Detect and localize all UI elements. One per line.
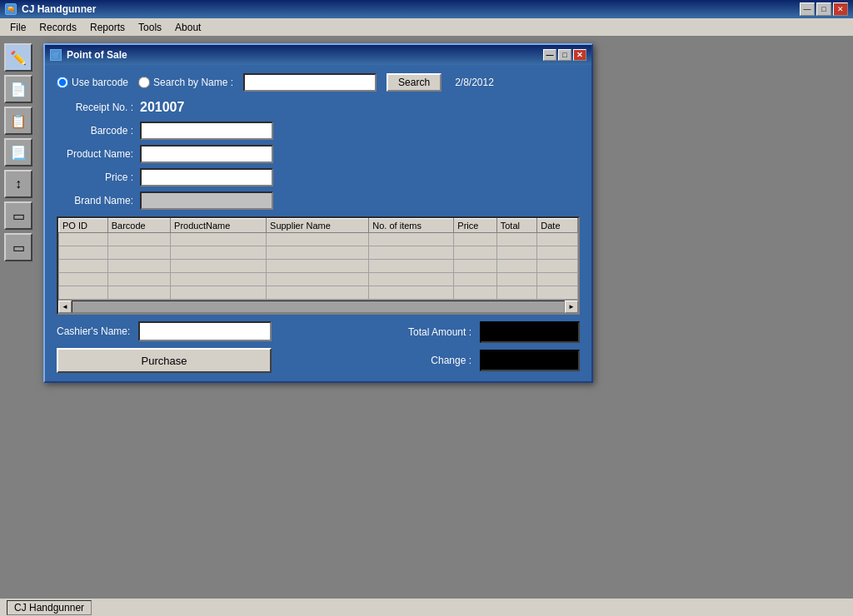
dialog-title: Point of Sale xyxy=(67,49,127,61)
change-display xyxy=(480,350,580,371)
point-of-sale-dialog: 🛒 Point of Sale — □ ✕ Use barcode xyxy=(43,43,593,383)
menu-reports[interactable]: Reports xyxy=(83,20,132,35)
data-table-container: PO ID Barcode ProductName Supplier Name … xyxy=(57,216,580,315)
sidebar-doc2-icon[interactable]: 📋 xyxy=(4,107,32,135)
sidebar-box1-icon[interactable]: ▭ xyxy=(4,201,32,230)
menu-records[interactable]: Records xyxy=(32,20,83,35)
scroll-left-button[interactable]: ◄ xyxy=(58,301,72,313)
table-empty-row4 xyxy=(59,273,578,286)
dialog-icon: 🛒 xyxy=(50,49,62,61)
dialog-close-button[interactable]: ✕ xyxy=(573,49,586,61)
purchase-table: PO ID Barcode ProductName Supplier Name … xyxy=(58,218,578,300)
col-price: Price xyxy=(454,219,496,233)
main-content: 🛒 Point of Sale — □ ✕ Use barcode xyxy=(37,37,853,598)
menu-file[interactable]: File xyxy=(3,20,32,35)
status-text: CJ Handgunner xyxy=(7,600,92,615)
cashier-name-input[interactable] xyxy=(138,321,272,341)
search-by-name-radio-label[interactable]: Search by Name : xyxy=(138,77,233,88)
change-label: Change : xyxy=(397,355,471,366)
dialog-minimize-button[interactable]: — xyxy=(543,49,556,61)
app-title-bar: 🔫 CJ Handgunner — □ ✕ xyxy=(0,0,853,18)
sidebar-box2-icon[interactable]: ▭ xyxy=(4,233,32,261)
brand-name-label: Brand Name: xyxy=(57,195,140,206)
maximize-button[interactable]: □ xyxy=(816,2,831,16)
price-input[interactable] xyxy=(140,168,273,186)
product-name-input[interactable] xyxy=(140,145,273,163)
dialog-maximize-button[interactable]: □ xyxy=(558,49,571,61)
table-empty-row3 xyxy=(59,260,578,273)
receipt-row: Receipt No. : 201007 xyxy=(57,100,580,115)
scroll-right-button[interactable]: ► xyxy=(565,301,578,313)
col-date: Date xyxy=(537,219,578,233)
sidebar-doc3-icon[interactable]: 📃 xyxy=(4,138,32,166)
scroll-track[interactable] xyxy=(72,301,565,313)
col-product-name: ProductName xyxy=(171,219,267,233)
col-no-of-items: No. of items xyxy=(369,219,454,233)
col-supplier-name: Supplier Name xyxy=(267,219,369,233)
price-label: Price : xyxy=(57,171,140,183)
search-by-name-label: Search by Name : xyxy=(153,77,233,88)
brand-name-row: Brand Name: xyxy=(57,191,580,210)
minimize-button[interactable]: — xyxy=(800,2,815,16)
menu-about[interactable]: About xyxy=(168,20,207,35)
receipt-value: 201007 xyxy=(140,100,184,115)
date-label: 2/8/2012 xyxy=(455,77,494,88)
brand-name-input[interactable] xyxy=(140,191,273,210)
use-barcode-label: Use barcode xyxy=(72,77,128,88)
search-button[interactable]: Search xyxy=(387,73,441,92)
barcode-row: Barcode : xyxy=(57,122,580,140)
sidebar-nav-icon[interactable]: ↕ xyxy=(4,170,32,198)
table-empty-row1 xyxy=(59,233,578,246)
barcode-label: Barcode : xyxy=(57,125,140,137)
dialog-content: Use barcode Search by Name : Search 2/8/… xyxy=(45,65,591,381)
search-name-input[interactable] xyxy=(243,73,377,92)
cashier-section: Cashier's Name: Purchase xyxy=(57,321,272,373)
cashier-row: Cashier's Name: xyxy=(57,321,272,341)
use-barcode-radio-label[interactable]: Use barcode xyxy=(57,77,128,88)
totals-section: Total Amount : Change : xyxy=(397,321,580,371)
table-empty-row5 xyxy=(59,286,578,300)
table-header-row: PO ID Barcode ProductName Supplier Name … xyxy=(59,219,578,233)
dialog-title-controls: — □ ✕ xyxy=(543,49,586,61)
use-barcode-radio[interactable] xyxy=(57,77,68,88)
col-po-id: PO ID xyxy=(59,219,108,233)
product-name-label: Product Name: xyxy=(57,148,140,160)
sidebar: ✏️ 📄 📋 📃 ↕ ▭ ▭ xyxy=(0,37,37,598)
price-row: Price : xyxy=(57,168,580,186)
title-bar-controls: — □ ✕ xyxy=(800,2,848,16)
app-title: CJ Handgunner xyxy=(22,3,96,15)
menu-tools[interactable]: Tools xyxy=(132,20,168,35)
bottom-row: Cashier's Name: Purchase Total Amount : … xyxy=(57,321,580,373)
desktop: ✏️ 📄 📋 📃 ↕ ▭ ▭ 🛒 Point of Sale — □ ✕ xyxy=(0,37,853,598)
sidebar-edit-icon[interactable]: ✏️ xyxy=(4,43,32,72)
col-total: Total xyxy=(496,219,537,233)
dialog-title-bar: 🛒 Point of Sale — □ ✕ xyxy=(45,45,591,65)
search-row: Use barcode Search by Name : Search 2/8/… xyxy=(57,73,580,92)
total-amount-display xyxy=(480,321,580,343)
close-button[interactable]: ✕ xyxy=(833,2,848,16)
purchase-button[interactable]: Purchase xyxy=(57,348,272,373)
col-barcode: Barcode xyxy=(107,219,170,233)
status-bar: CJ Handgunner xyxy=(0,598,853,616)
table-empty-row2 xyxy=(59,246,578,260)
horizontal-scrollbar: ◄ ► xyxy=(58,300,578,313)
receipt-label: Receipt No. : xyxy=(57,102,140,113)
product-name-row: Product Name: xyxy=(57,145,580,163)
cashier-label: Cashier's Name: xyxy=(57,325,132,337)
search-by-name-radio[interactable] xyxy=(138,77,150,88)
total-amount-label: Total Amount : xyxy=(397,326,471,338)
change-row: Change : xyxy=(397,350,580,371)
app-icon: 🔫 xyxy=(5,3,17,15)
total-amount-row: Total Amount : xyxy=(397,321,580,343)
sidebar-doc1-icon[interactable]: 📄 xyxy=(4,75,32,103)
barcode-input[interactable] xyxy=(140,122,273,140)
menu-bar: File Records Reports Tools About xyxy=(0,18,853,37)
